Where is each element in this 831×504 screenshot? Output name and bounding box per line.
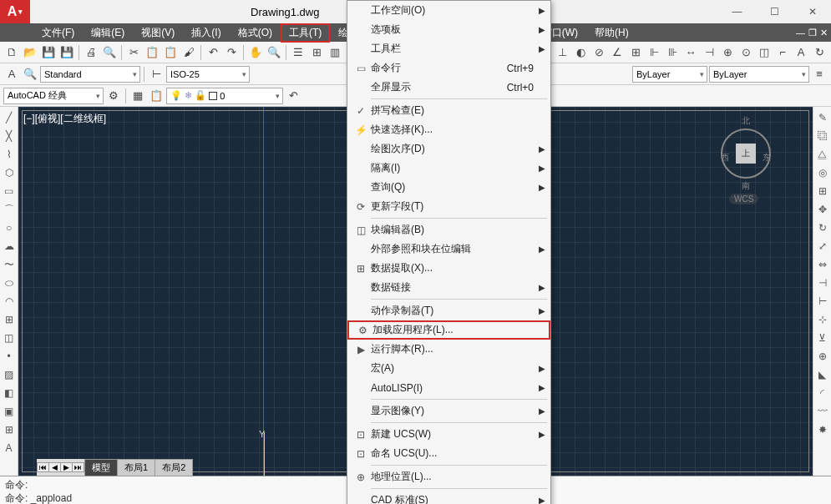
spline-icon[interactable]: 〜 [2,257,17,272]
open-icon[interactable]: 📂 [22,44,38,61]
dim-baseline-icon[interactable]: ⊩ [646,44,662,61]
rectangle-icon[interactable]: ▭ [2,184,17,199]
scale-icon[interactable]: ⤢ [815,239,830,254]
dim-radius-icon[interactable]: ◐ [572,44,589,61]
menu-item-0[interactable]: 工作空间(O)▶ [347,1,550,20]
menu-item-31[interactable]: CAD 标准(S)▶ [347,491,550,504]
menu-item-4[interactable]: 全屏显示Ctrl+0 [347,78,550,97]
make-block-icon[interactable]: ◫ [2,330,17,345]
break-at-point-icon[interactable]: ⊹ [815,312,830,327]
menu-item-14[interactable]: 外部参照和块在位编辑▶ [347,239,550,259]
hatch-icon[interactable]: ▨ [2,367,17,382]
arc-icon[interactable]: ⌒ [2,202,17,217]
chamfer-icon[interactable]: ◣ [815,367,830,382]
dim-edit-icon[interactable]: A [793,44,809,61]
inspect-icon[interactable]: ◫ [756,44,773,61]
blend-icon[interactable]: 〰 [815,404,830,419]
saveas-icon[interactable]: 💾 [58,44,75,61]
fillet-icon[interactable]: ◜ [815,386,830,401]
layer-states-icon[interactable]: 📋 [148,88,165,104]
line-icon[interactable]: ╱ [2,110,17,125]
menu-item-29[interactable]: ⊕地理位置(L)... [347,467,550,486]
new-icon[interactable]: 🗋 [3,44,20,61]
redo-icon[interactable]: ↷ [223,44,240,61]
find-icon[interactable]: 🔍 [22,66,38,83]
explode-icon[interactable]: ✸ [815,422,830,437]
app-logo[interactable]: A▾ [0,0,30,23]
menu-item-21[interactable]: 宏(A)▶ [347,359,550,378]
design-center-icon[interactable]: ⊞ [308,44,325,61]
menu-item-10[interactable]: 查询(Q)▶ [347,178,550,197]
move-icon[interactable]: ✥ [815,202,830,217]
rotate-icon[interactable]: ↻ [815,220,830,235]
break-icon[interactable]: ⊻ [815,330,830,345]
copy-icon[interactable]: 📋 [144,44,160,61]
zoom-icon[interactable]: 🔍 [266,44,282,61]
dim-continue-icon[interactable]: ⊪ [664,44,681,61]
paste-icon[interactable]: 📋 [162,44,179,61]
dim-update-icon[interactable]: ↻ [811,44,828,61]
tab-prev-icon[interactable]: ◀ [49,463,61,471]
dim-angular-icon[interactable]: ∠ [609,44,626,61]
save-icon[interactable]: 💾 [40,44,57,61]
menu-edit[interactable]: 编辑(E) [83,23,133,43]
workspace-dropdown[interactable]: AutoCAD 经典 [3,88,104,104]
tab-first-icon[interactable]: ⏮ [38,463,49,471]
properties-icon[interactable]: ☰ [290,44,307,61]
undo-icon[interactable]: ↶ [205,44,221,61]
menu-item-8[interactable]: 绘图次序(D)▶ [347,139,550,159]
pan-icon[interactable]: ✋ [247,44,264,61]
menu-item-2[interactable]: 工具栏▶ [347,39,550,58]
tab-layout1[interactable]: 布局1 [117,459,155,476]
text-style-icon[interactable]: A [3,66,20,83]
menu-item-26[interactable]: ⊡新建 UCS(W)▶ [347,425,550,444]
stretch-icon[interactable]: ⇔ [815,257,830,272]
region-icon[interactable]: ▣ [2,404,17,419]
join-icon[interactable]: ⊕ [815,349,830,364]
trim-icon[interactable]: ⊣ [815,275,830,290]
lineweight-icon[interactable]: ≡ [811,66,828,83]
menu-help[interactable]: 帮助(H) [586,23,637,43]
menu-item-3[interactable]: ▭命令行Ctrl+9 [347,58,550,78]
dim-ordinate-icon[interactable]: ⊥ [554,44,570,61]
offset-icon[interactable]: ◎ [815,165,830,180]
menu-item-11[interactable]: ⟳更新字段(T) [347,197,550,216]
table-icon[interactable]: ⊞ [2,422,17,437]
menu-item-24[interactable]: 显示图像(Y)▶ [347,401,550,421]
menu-item-20[interactable]: ▶运行脚本(R)... [347,340,550,359]
tab-last-icon[interactable]: ⏭ [73,463,84,471]
preview-icon[interactable]: 🔍 [101,44,118,61]
menu-item-9[interactable]: 隔离(I)▶ [347,159,550,178]
dim-space-icon[interactable]: ↔ [682,44,699,61]
jogged-icon[interactable]: ⌐ [774,44,791,61]
revision-cloud-icon[interactable]: ☁ [2,239,17,254]
dim-style-icon[interactable]: ⊢ [148,66,165,83]
viewport-label[interactable]: [−][俯视][二维线框] [23,112,106,126]
doc-close-icon[interactable]: ✕ [820,28,828,38]
tool-palettes-icon[interactable]: ▥ [327,44,343,61]
tolerance-icon[interactable]: ⊕ [719,44,736,61]
tab-next-icon[interactable]: ▶ [61,463,73,471]
extend-icon[interactable]: ⊢ [815,294,830,309]
menu-item-13[interactable]: ◫块编辑器(B) [347,220,550,239]
insert-block-icon[interactable]: ⊞ [2,312,17,327]
maximize-button[interactable]: ☐ [756,0,793,23]
dim-diameter-icon[interactable]: ⊘ [590,44,607,61]
text-style-dropdown[interactable]: Standard [40,66,140,83]
dim-break-icon[interactable]: ⊣ [701,44,717,61]
menu-item-22[interactable]: AutoLISP(I)▶ [347,378,550,397]
menu-format[interactable]: 格式(O) [230,23,281,43]
workspace-settings-icon[interactable]: ⚙ [105,88,122,104]
construction-line-icon[interactable]: ╳ [2,129,17,144]
dim-style-dropdown[interactable]: ISO-25 [166,66,250,83]
menu-insert[interactable]: 插入(I) [183,23,229,43]
menu-item-19[interactable]: ⚙加载应用程序(L)... [347,320,550,340]
mirror-icon[interactable]: ⧋ [815,147,830,162]
menu-view[interactable]: 视图(V) [133,23,183,43]
menu-item-27[interactable]: ⊡命名 UCS(U)... [347,444,550,463]
copy-obj-icon[interactable]: ⿻ [815,129,830,144]
polyline-icon[interactable]: ⌇ [2,147,17,162]
menu-item-18[interactable]: 动作录制器(T)▶ [347,301,550,320]
match-icon[interactable]: 🖌 [180,44,197,61]
polygon-icon[interactable]: ⬡ [2,165,17,180]
